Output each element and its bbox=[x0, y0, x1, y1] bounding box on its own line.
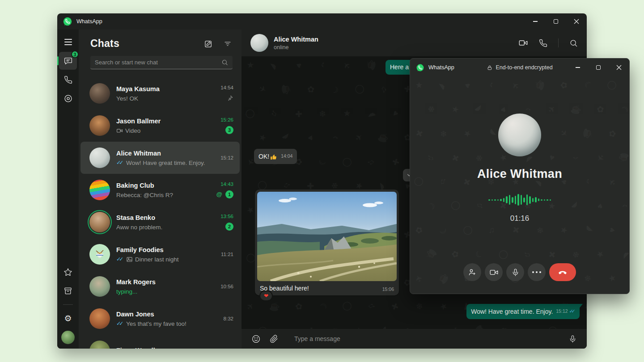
pin-icon bbox=[227, 95, 233, 101]
chat-avatar bbox=[89, 308, 110, 329]
read-receipt-icon: ✓✓ bbox=[116, 255, 124, 264]
lock-icon bbox=[487, 65, 492, 71]
header-divider bbox=[558, 38, 559, 47]
call-minimize-button[interactable] bbox=[568, 59, 588, 76]
unread-badge: 1 bbox=[225, 190, 233, 198]
search-chat-input[interactable]: Search or start new chat bbox=[90, 56, 233, 69]
filter-icon bbox=[224, 40, 232, 48]
chat-preview: ✓✓Yes that's my fave too! bbox=[116, 320, 215, 328]
read-receipt-icon: ✓✓ bbox=[569, 307, 575, 316]
message-incoming[interactable]: OK! 14:04 bbox=[254, 149, 297, 164]
unread-chats-badge: 3 bbox=[71, 51, 79, 58]
end-call-icon bbox=[557, 267, 568, 278]
microphone-icon bbox=[568, 335, 577, 343]
chat-list-item[interactable]: Maya KasumaYes! OK14:54 bbox=[80, 77, 240, 109]
chat-name: Alice Whitman bbox=[116, 149, 212, 158]
chats-icon bbox=[64, 56, 73, 66]
desktop: WhatsApp 3 bbox=[0, 0, 644, 362]
calls-icon bbox=[64, 76, 72, 84]
contact-avatar[interactable] bbox=[250, 34, 268, 52]
chat-list-item[interactable]: Family Foodies✓✓Dinner last night11:21 bbox=[80, 238, 240, 270]
search-placeholder: Search or start new chat bbox=[95, 59, 221, 66]
message-input[interactable]: Type a message bbox=[287, 335, 559, 342]
toggle-video-button[interactable] bbox=[485, 263, 503, 281]
nav-status[interactable] bbox=[59, 89, 77, 107]
message-time: 14:04 bbox=[281, 152, 292, 161]
paperclip-icon bbox=[270, 335, 278, 343]
toggle-mic-button[interactable] bbox=[506, 263, 524, 281]
chat-name: Maya Kasuma bbox=[116, 84, 212, 93]
main-titlebar: WhatsApp bbox=[57, 13, 587, 29]
chat-preview: Rebecca: @Chris R? bbox=[116, 191, 208, 199]
unread-badge: 3 bbox=[225, 126, 233, 134]
end-call-button[interactable] bbox=[549, 263, 576, 281]
contact-presence: online bbox=[274, 44, 318, 51]
more-icon bbox=[532, 271, 541, 273]
chat-name: Baking Club bbox=[116, 181, 208, 190]
chat-timestamp: 10:56 bbox=[220, 284, 233, 290]
add-person-icon bbox=[468, 268, 477, 277]
call-close-button[interactable] bbox=[609, 59, 629, 76]
menu-button[interactable] bbox=[59, 33, 77, 51]
call-maximize-button[interactable] bbox=[588, 59, 609, 76]
message-outgoing[interactable]: Wow! Have great time. Enjoy. 15:12 ✓✓ bbox=[466, 304, 580, 319]
voice-record-button[interactable] bbox=[568, 335, 577, 343]
read-receipt-icon: ✓✓ bbox=[116, 320, 124, 328]
chat-preview: Yes! OK bbox=[116, 94, 212, 103]
nav-rail: 3 bbox=[57, 29, 79, 349]
nav-calls[interactable] bbox=[59, 71, 77, 88]
search-in-chat-button[interactable] bbox=[569, 39, 578, 47]
close-button[interactable] bbox=[566, 13, 587, 29]
message-image[interactable]: So beautiful here! 15:06 ❤ bbox=[255, 189, 399, 295]
chat-avatar bbox=[89, 244, 110, 265]
add-participant-button[interactable] bbox=[463, 263, 481, 281]
call-wallpaper-pattern: ★☁♥♪✈☕✿☾◯♫✚❄★☁♥♪✈☕✿☾◯♫✚❄★☁♥♪✈☕✿☾◯♫✚❄★☁♥♪… bbox=[410, 76, 629, 294]
call-titlebar: WhatsApp End-to-end endcrypted bbox=[410, 59, 629, 76]
chat-list-item[interactable]: Mark Rogerstyping...10:56 bbox=[80, 270, 240, 303]
chat-avatar bbox=[89, 341, 110, 349]
emoji-button[interactable] bbox=[251, 334, 261, 344]
chat-preview: ✓✓Wow! Have great time. Enjoy. bbox=[116, 159, 212, 167]
message-time: 15:06 bbox=[377, 286, 394, 292]
chat-list-item[interactable]: Dawn Jones✓✓Yes that's my fave too!8:32 bbox=[80, 303, 240, 335]
unread-badge: 2 bbox=[225, 223, 233, 231]
new-chat-button[interactable] bbox=[204, 39, 213, 48]
chat-avatar bbox=[89, 276, 110, 297]
microphone-icon bbox=[511, 268, 520, 277]
chat-name: Mark Rogers bbox=[116, 278, 212, 286]
video-call-button[interactable] bbox=[518, 38, 528, 48]
emoji-icon bbox=[251, 334, 261, 344]
maximize-button[interactable] bbox=[546, 13, 566, 29]
nav-archived[interactable] bbox=[59, 282, 77, 300]
voice-call-button[interactable] bbox=[539, 39, 547, 47]
profile-avatar[interactable] bbox=[61, 331, 75, 344]
message-text: Wow! Have great time. Enjoy. bbox=[471, 307, 553, 316]
chat-avatar bbox=[89, 83, 110, 104]
chat-list-item[interactable]: Baking ClubRebecca: @Chris R?14:43@1 bbox=[80, 174, 240, 206]
new-chat-icon bbox=[204, 39, 213, 48]
message-time: 15:12 ✓✓ bbox=[556, 307, 575, 316]
shared-photo[interactable] bbox=[257, 192, 397, 281]
minimize-button[interactable] bbox=[525, 13, 546, 29]
archive-icon bbox=[64, 286, 72, 295]
filter-chats-button[interactable] bbox=[224, 40, 232, 48]
chat-list-item[interactable]: Jason BallmerVideo15:263 bbox=[80, 109, 240, 142]
mention-indicator: @ bbox=[216, 190, 222, 198]
chat-list-item[interactable]: Ziggy Woodley9:12 bbox=[80, 335, 240, 349]
attach-button[interactable] bbox=[270, 335, 278, 343]
nav-settings[interactable]: ⚙ bbox=[59, 309, 77, 327]
nav-starred[interactable] bbox=[59, 263, 77, 281]
chat-avatar bbox=[89, 147, 110, 168]
chat-timestamp: 14:43 bbox=[220, 181, 233, 187]
chat-list-item[interactable]: Stasa BenkoAww no problem.13:562 bbox=[80, 206, 240, 238]
heart-reaction[interactable]: ❤ bbox=[259, 290, 273, 301]
chat-timestamp: 11:21 bbox=[221, 252, 233, 257]
chat-timestamp: 14:54 bbox=[220, 85, 233, 91]
conversation-header[interactable]: Alice Whitman online bbox=[242, 29, 587, 56]
call-window-title: WhatsApp bbox=[428, 64, 454, 71]
chats-title: Chats bbox=[90, 38, 119, 50]
nav-chats[interactable]: 3 bbox=[59, 52, 77, 70]
chat-avatar bbox=[89, 212, 110, 232]
chat-list-item[interactable]: Alice Whitman✓✓Wow! Have great time. Enj… bbox=[80, 142, 240, 174]
more-options-button[interactable] bbox=[528, 263, 546, 281]
